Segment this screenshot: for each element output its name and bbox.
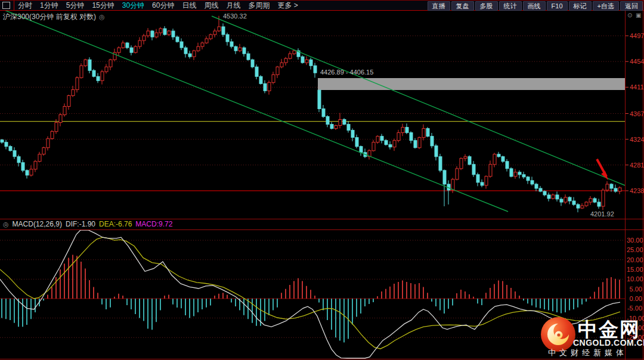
gap-annotation: 4426.89 - 4406.15 bbox=[320, 69, 373, 76]
chart-title: 沪深300(30分钟 前复权 对数) ◎ bbox=[3, 12, 105, 22]
period-item-60分钟[interactable]: 60分钟 bbox=[152, 1, 174, 10]
price-tick-label: 4238 bbox=[630, 187, 644, 194]
period-item-15分钟[interactable]: 15分钟 bbox=[92, 1, 114, 10]
period-menu-bar: 分时1分钟5分钟15分钟30分钟60分钟日线周线月线多周期更多 > 直播复盘多股… bbox=[0, 0, 644, 11]
period-item-30分钟[interactable]: 30分钟 bbox=[122, 1, 144, 10]
dif-value-label: DIF:-1.90 bbox=[66, 220, 95, 228]
price-tick-label: 4497 bbox=[630, 32, 644, 39]
period-item-周线[interactable]: 周线 bbox=[204, 1, 218, 10]
indicator-expand-icon[interactable]: ◎ bbox=[3, 221, 9, 228]
window-icon[interactable] bbox=[2, 2, 10, 9]
axis-border bbox=[625, 11, 626, 360]
period-item-分时[interactable]: 分时 bbox=[18, 1, 32, 10]
period-item-1分钟[interactable]: 1分钟 bbox=[40, 1, 58, 10]
watermark-domain: CNGOLD.COM.CN bbox=[573, 338, 644, 347]
toolbar-button-+自选[interactable]: +自选 bbox=[593, 1, 619, 11]
watermark-tagline: 中文财经新媒体 bbox=[548, 347, 627, 358]
period-item-更多 >[interactable]: 更多 > bbox=[277, 1, 298, 10]
watermark: 中金网 CNGOLD.COM.CN 中文财经新媒体 bbox=[538, 314, 643, 357]
bottom-border bbox=[0, 359, 644, 359]
macd-tick-label: 30.00 bbox=[627, 237, 642, 244]
period-menu: 分时1分钟5分钟15分钟30分钟60分钟日线周线月线多周期更多 > bbox=[18, 1, 298, 10]
toolbar-button-标记[interactable]: 标记 bbox=[569, 1, 592, 11]
macd-tick-label: 20.00 bbox=[627, 256, 642, 263]
macd-tick-label: -5.00 bbox=[627, 305, 642, 312]
high-annotation: 4530.32 bbox=[223, 13, 247, 20]
price-tick-label: 4454 bbox=[630, 58, 644, 65]
toolbar-button-多股[interactable]: 多股 bbox=[475, 1, 498, 11]
macd-tick-label: 15.00 bbox=[627, 266, 642, 273]
symbol-title: 沪深300(30分钟 前复权 对数) bbox=[3, 12, 96, 22]
indicator-label-row: ◎ MACD(12,26,9) DIF:-1.90 DEA:-6.76 MACD… bbox=[3, 220, 172, 228]
dea-value-label: DEA:-6.76 bbox=[99, 220, 132, 228]
price-tick-label: 4324 bbox=[630, 136, 644, 143]
toolbar-button-统计[interactable]: 统计 bbox=[499, 1, 522, 11]
price-tick-label: 4367 bbox=[630, 110, 644, 117]
chart-canvas[interactable] bbox=[0, 0, 644, 360]
macd-name-label: MACD(12,26,9) bbox=[13, 220, 62, 228]
macd-tick-label: 25.00 bbox=[627, 246, 642, 253]
period-item-日线[interactable]: 日线 bbox=[182, 1, 196, 10]
pane-gear-icon[interactable]: ⊙ bbox=[627, 12, 632, 18]
macd-tick-label: 10.00 bbox=[627, 275, 642, 283]
toolbar-button-画线[interactable]: 画线 bbox=[523, 1, 546, 11]
menu-divider bbox=[14, 1, 14, 10]
toolbar-right: 直播复盘多股统计画线F10标记+自选返回 bbox=[428, 1, 643, 11]
period-item-月线[interactable]: 月线 bbox=[226, 1, 240, 10]
right-border bbox=[643, 0, 643, 360]
toolbar-button-F10[interactable]: F10 bbox=[547, 1, 568, 11]
pane-window-icon[interactable]: ▣ bbox=[636, 12, 641, 18]
macd-tick-label: 0.00 bbox=[627, 295, 642, 302]
macd-value-label: MACD:9.72 bbox=[135, 220, 172, 228]
macd-tick-label: 5.00 bbox=[627, 285, 642, 293]
toolbar-button-复盘[interactable]: 复盘 bbox=[451, 1, 474, 11]
pane-divider-bottom bbox=[0, 229, 644, 230]
expand-icon[interactable]: ◎ bbox=[99, 13, 105, 21]
toolbar-button-直播[interactable]: 直播 bbox=[428, 1, 450, 11]
period-item-多周期[interactable]: 多周期 bbox=[248, 1, 270, 10]
period-item-5分钟[interactable]: 5分钟 bbox=[66, 1, 85, 10]
toolbar-button-返回[interactable]: 返回 bbox=[620, 1, 643, 11]
pane-divider-top bbox=[0, 219, 644, 219]
price-tick-label: 4411 bbox=[630, 83, 644, 91]
low-annotation: 4201.92 bbox=[590, 210, 614, 218]
price-tick-label: 4281 bbox=[630, 162, 644, 169]
trading-app-window: 分时1分钟5分钟15分钟30分钟60分钟日线周线月线多周期更多 > 直播复盘多股… bbox=[0, 0, 644, 360]
